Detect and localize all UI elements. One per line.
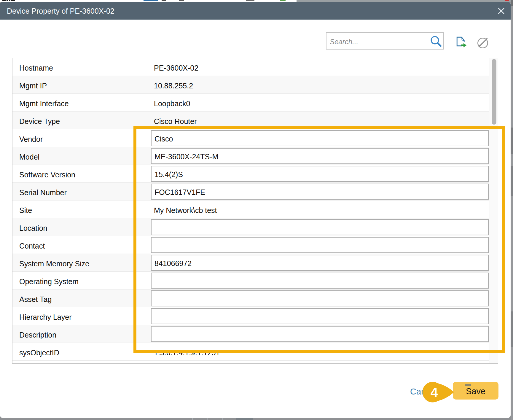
svg-text:4: 4 xyxy=(431,385,438,400)
